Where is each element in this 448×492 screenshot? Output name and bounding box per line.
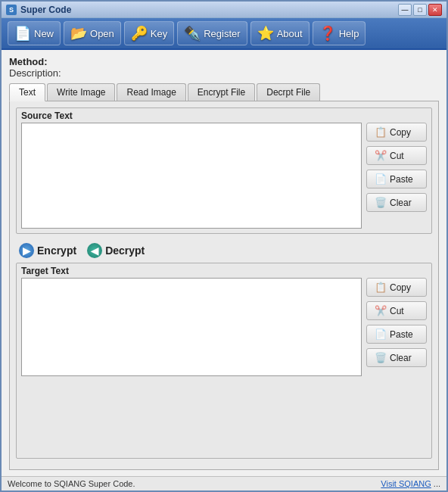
source-paste-label: Paste [390, 174, 413, 185]
open-label: Open [90, 28, 114, 39]
tab-write-image[interactable]: Write Image [47, 83, 115, 101]
help-icon: ❓ [319, 25, 336, 42]
help-button[interactable]: ❓ Help [313, 21, 366, 45]
source-cut-button[interactable]: ✂️ Cut [366, 146, 427, 165]
source-text-label: Source Text [17, 108, 431, 123]
close-button[interactable]: ✕ [428, 4, 442, 16]
target-clear-button[interactable]: 🗑️ Clear [366, 348, 427, 367]
encrypt-decrypt-row: ▶ Encrypt ◀ Decrypt [16, 238, 432, 263]
key-icon: 🔑 [131, 25, 148, 42]
copy-icon: 📋 [375, 126, 387, 138]
about-icon: ⭐ [257, 25, 274, 42]
paste-icon: 📄 [375, 173, 387, 185]
content-area: Method: Description: Text Write Image Re… [2, 50, 446, 476]
clear-icon: 🗑️ [375, 197, 387, 208]
app-icon: S [6, 5, 17, 15]
tab-encrypt-file[interactable]: Encrypt File [188, 83, 255, 101]
target-copy-icon: 📋 [375, 282, 387, 293]
about-button[interactable]: ⭐ About [250, 21, 310, 45]
open-button[interactable]: 📂 Open [64, 21, 121, 45]
target-copy-button[interactable]: 📋 Copy [366, 278, 427, 297]
source-paste-button[interactable]: 📄 Paste [366, 170, 427, 188]
source-text-row: 📋 Copy ✂️ Cut 📄 Paste [17, 123, 431, 233]
target-paste-button[interactable]: 📄 Paste [366, 325, 427, 344]
source-text-wrap [21, 123, 362, 229]
toolbar: 📄 New 📂 Open 🔑 Key ✒️ Register ⭐ About ❓… [2, 18, 446, 50]
new-icon: 📄 [14, 25, 31, 42]
encrypt-button[interactable]: ▶ Encrypt [19, 243, 76, 258]
window-title: Super Code [20, 5, 71, 15]
target-btn-group: 📋 Copy ✂️ Cut 📄 Paste [366, 278, 427, 367]
main-window: S Super Code — □ ✕ 📄 New 📂 Open 🔑 Key ✒️… [0, 0, 448, 492]
encrypt-arrow-icon: ▶ [19, 243, 34, 258]
status-message: Welcome to SQIANG Super Code. [8, 479, 135, 488]
decrypt-label: Decrypt [105, 244, 145, 257]
decrypt-button[interactable]: ◀ Decrypt [87, 243, 145, 258]
status-bar: Welcome to SQIANG Super Code. Visit SQIA… [2, 476, 446, 490]
meta-section: Method: Description: [9, 56, 439, 79]
tab-read-image[interactable]: Read Image [117, 83, 185, 101]
tab-bar: Text Write Image Read Image Encrypt File… [9, 83, 439, 101]
source-clear-label: Clear [390, 198, 412, 208]
target-text-label: Target Text [17, 263, 431, 278]
source-btn-group: 📋 Copy ✂️ Cut 📄 Paste [366, 123, 427, 212]
register-label: Register [204, 28, 240, 39]
encrypt-label: Encrypt [37, 244, 76, 257]
target-text-section: Target Text 📋 Copy ✂️ [16, 263, 432, 459]
title-controls: — □ ✕ [398, 4, 442, 16]
description-label: Description: [9, 67, 439, 79]
key-button[interactable]: 🔑 Key [124, 21, 174, 45]
target-cut-label: Cut [390, 306, 404, 316]
source-text-area-row: 📋 Copy ✂️ Cut 📄 Paste [21, 123, 427, 229]
decrypt-arrow-icon: ◀ [87, 243, 102, 258]
target-paste-icon: 📄 [375, 329, 387, 340]
target-text-input[interactable] [22, 279, 361, 375]
tab-decrypt-file[interactable]: Decrpt File [257, 83, 320, 101]
maximize-button[interactable]: □ [413, 4, 427, 16]
target-paste-label: Paste [390, 329, 413, 340]
new-button[interactable]: 📄 New [8, 21, 61, 45]
target-text-row: 📋 Copy ✂️ Cut 📄 Paste [17, 278, 431, 381]
minimize-button[interactable]: — [398, 4, 412, 16]
target-copy-label: Copy [390, 282, 411, 293]
title-bar: S Super Code — □ ✕ [2, 2, 446, 18]
register-button[interactable]: ✒️ Register [177, 21, 247, 45]
about-label: About [277, 28, 303, 39]
visit-sqiang-link[interactable]: Visit SQIANG [381, 479, 431, 488]
help-label: Help [339, 28, 359, 39]
source-copy-label: Copy [390, 127, 411, 138]
new-label: New [34, 28, 54, 39]
target-cut-button[interactable]: ✂️ Cut [366, 301, 427, 320]
link-dots: ... [434, 479, 440, 488]
open-icon: 📂 [70, 25, 87, 42]
source-cut-label: Cut [390, 151, 404, 161]
target-text-area-row: 📋 Copy ✂️ Cut 📄 Paste [21, 278, 427, 376]
target-text-wrap [21, 278, 362, 376]
register-icon: ✒️ [184, 25, 201, 42]
title-bar-left: S Super Code [6, 5, 71, 15]
key-label: Key [151, 28, 167, 39]
source-text-section: Source Text 📋 Copy ✂️ [16, 107, 432, 234]
visit-link[interactable]: Visit SQIANG ... [381, 479, 440, 488]
cut-icon: ✂️ [375, 150, 387, 161]
tab-content: Source Text 📋 Copy ✂️ [9, 101, 439, 470]
source-copy-button[interactable]: 📋 Copy [366, 123, 427, 142]
target-cut-icon: ✂️ [375, 305, 387, 316]
target-clear-icon: 🗑️ [375, 352, 387, 363]
method-label: Method: [9, 56, 439, 67]
source-clear-button[interactable]: 🗑️ Clear [366, 193, 427, 212]
tab-text[interactable]: Text [9, 83, 45, 101]
target-clear-label: Clear [390, 353, 412, 363]
source-text-input[interactable] [22, 123, 361, 228]
